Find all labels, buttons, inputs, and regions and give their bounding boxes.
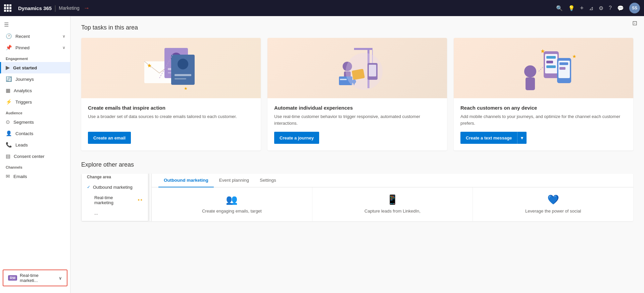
rtm-dropdown-label: Real-time marketing — [94, 195, 133, 205]
module-arrow: → — [84, 5, 90, 12]
grid-icon — [4, 4, 11, 12]
sidebar-collapse-button[interactable]: ☰ — [0, 19, 70, 31]
sidebar-item-triggers[interactable]: ⚡ Triggers — [0, 96, 70, 108]
sidebar: ☰ 🕐 Recent ∨ 📌 Pinned ∨ Engagement ▶ Get… — [0, 16, 70, 293]
create-text-message-button[interactable]: Create a text message ▾ — [460, 132, 527, 144]
nav-separator: | — [54, 4, 56, 12]
journeys-label: Journeys — [15, 77, 34, 82]
sidebar-item-rtm[interactable]: RM Real-time marketi... ∨ — [3, 270, 67, 286]
tab-event-planning[interactable]: Event planning — [214, 174, 254, 187]
sidebar-item-emails[interactable]: ✉ Emails — [0, 171, 70, 182]
create-email-button[interactable]: Create an email — [88, 132, 131, 144]
engagement-category: Engagement — [0, 53, 70, 62]
check-icon: ✓ — [87, 185, 90, 189]
svg-line-38 — [539, 66, 544, 71]
sidebar-item-contacts[interactable]: 👤 Contacts — [0, 128, 70, 139]
svg-rect-7 — [175, 74, 191, 76]
analytics-icon: ▦ — [6, 87, 10, 94]
svg-rect-13 — [354, 48, 373, 50]
segments-label: Segments — [13, 120, 34, 125]
explore-right: Outbound marketing Event planning Settin… — [152, 174, 633, 221]
svg-rect-34 — [559, 62, 568, 65]
explore-emails-icon: 👥 — [226, 194, 238, 205]
analytics-label: Analytics — [14, 88, 32, 93]
filter-icon[interactable]: ⊿ — [589, 5, 593, 11]
main-content: ⊡ Top tasks in this area — [70, 16, 644, 293]
explore-left-panel: Change area ✓ Outbound marketing Real-ti… — [81, 174, 152, 221]
app-grid-button[interactable] — [4, 4, 11, 12]
settings-icon[interactable]: ⚙ — [599, 5, 603, 11]
journey-card-desc: Use real-time customer behavior to trigg… — [274, 113, 440, 126]
user-avatar[interactable]: SS — [629, 3, 640, 13]
top-tasks-cards: ★ ★ Create emails that inspire action Us… — [81, 38, 633, 151]
recent-expand-icon: ∨ — [62, 34, 65, 39]
dropdown-item-rtm[interactable]: Real-time marketing ✦✦ — [82, 192, 148, 208]
svg-text:★: ★ — [540, 48, 545, 54]
journeys-icon: 🔄 — [6, 76, 12, 82]
change-area-header: Change area — [82, 174, 148, 182]
sidebar-item-pinned[interactable]: 📌 Pinned ∨ — [0, 42, 70, 53]
svg-point-6 — [178, 59, 188, 69]
screen-icon[interactable]: ⊡ — [632, 19, 637, 27]
explore-leads-icon: 📱 — [387, 194, 398, 205]
audience-category: Audience — [0, 108, 70, 116]
explore-social-text: Leverage the power of social — [525, 208, 581, 215]
text-card-illustration: ★ ★ — [454, 38, 633, 98]
explore-card-social: 💙 Leverage the power of social — [473, 187, 633, 221]
contacts-label: Contacts — [15, 131, 33, 136]
svg-rect-30 — [546, 61, 553, 63]
emails-label: Emails — [13, 174, 27, 179]
svg-point-24 — [346, 53, 383, 90]
consent-label: Consent center — [14, 154, 45, 159]
channels-category: Channels — [0, 162, 70, 171]
app-name: Dynamics 365 — [18, 5, 52, 11]
tab-settings-label: Settings — [260, 178, 276, 183]
dropdown-item-more[interactable]: ... — [82, 208, 148, 218]
create-journey-label: Create a journey — [274, 132, 319, 144]
svg-rect-23 — [340, 79, 347, 80]
sidebar-item-recent[interactable]: 🕐 Recent ∨ — [0, 31, 70, 42]
tab-outbound-marketing[interactable]: Outbound marketing — [158, 174, 214, 187]
top-tasks-title: Top tasks in this area — [81, 24, 633, 31]
create-email-label: Create an email — [88, 132, 131, 144]
tab-outbound-label: Outbound marketing — [164, 178, 208, 183]
chat-icon[interactable]: 💬 — [617, 5, 624, 11]
create-journey-button[interactable]: Create a journey — [274, 132, 319, 144]
journey-card-illustration — [267, 38, 447, 98]
explore-cards-row: 👥 Create engaging emails, target 📱 Captu… — [152, 187, 633, 221]
email-card-illustration: ★ ★ — [81, 38, 261, 98]
tab-settings[interactable]: Settings — [254, 174, 282, 187]
rtm-badge: RM — [8, 275, 17, 281]
add-icon[interactable]: + — [580, 5, 584, 12]
leads-label: Leads — [15, 142, 28, 148]
rtm-expand-icon: ∨ — [59, 276, 62, 281]
triggers-label: Triggers — [15, 100, 32, 105]
text-card-title: Reach customers on any device — [460, 105, 627, 111]
dropdown-item-outbound[interactable]: ✓ Outbound marketing — [82, 182, 148, 192]
lightbulb-icon[interactable]: 💡 — [568, 5, 575, 11]
sidebar-item-analytics[interactable]: ▦ Analytics — [0, 85, 70, 96]
sidebar-item-segments[interactable]: ⊙ Segments — [0, 116, 70, 128]
sidebar-item-journeys[interactable]: 🔄 Journeys — [0, 73, 70, 85]
svg-point-25 — [524, 65, 536, 77]
explore-leads-text: Capture leads from LinkedIn, — [364, 208, 420, 215]
change-area-dropdown: Change area ✓ Outbound marketing Real-ti… — [81, 174, 148, 221]
sidebar-item-get-started[interactable]: ▶ Get started — [0, 62, 70, 73]
svg-rect-31 — [546, 65, 556, 68]
module-name: Marketing — [59, 5, 79, 11]
search-icon[interactable]: 🔍 — [556, 5, 563, 11]
help-icon[interactable]: ? — [609, 5, 612, 11]
sidebar-item-leads[interactable]: 📞 Leads — [0, 139, 70, 151]
pin-icon: 📌 — [6, 45, 12, 51]
email-card-desc: Use a broader set of data sources to cre… — [88, 113, 254, 126]
text-message-card: ★ ★ Reach customers on any device Add mo… — [454, 38, 633, 151]
email-card: ★ ★ Create emails that inspire action Us… — [81, 38, 261, 151]
journey-card: Automate individual experiences Use real… — [267, 38, 447, 151]
more-label: ... — [94, 211, 98, 216]
text-btn-split[interactable]: ▾ — [517, 132, 527, 144]
sidebar-item-consent-center[interactable]: ▤ Consent center — [0, 151, 70, 162]
explore-box: Change area ✓ Outbound marketing Real-ti… — [81, 174, 633, 221]
journey-card-title: Automate individual experiences — [274, 105, 440, 111]
svg-rect-35 — [559, 67, 565, 70]
explore-card-emails: 👥 Create engaging emails, target — [152, 187, 312, 221]
